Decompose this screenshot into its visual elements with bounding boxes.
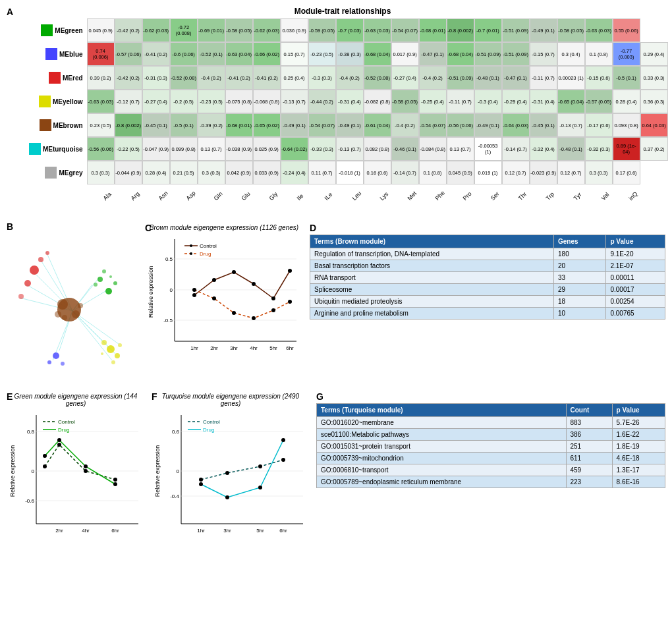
table-cell: GO:0006810~transport — [317, 464, 567, 476]
heatmap-cell: -0.6 (0.06) — [170, 42, 198, 66]
panel-e-chart: Relative expression 0.8 0 -0.6 2hr 4hr 6… — [7, 408, 145, 553]
heatmap-cell: 0.89 (1e-04) — [613, 137, 640, 161]
table-cell: 1.3E-17 — [612, 464, 665, 476]
panel-c-title: Brown module eigengene expression (1126 … — [145, 224, 303, 231]
heatmap-cell: -0.39 (0.2) — [198, 113, 225, 137]
table-cell: 29 — [554, 284, 606, 296]
heatmap-cell: -0.52 (0.08) — [170, 66, 198, 90]
heatmap-cell: -0.52 (0.1) — [198, 42, 225, 66]
heatmap-cell: -0.11 (0.7) — [530, 66, 557, 90]
svg-point-58 — [212, 278, 216, 282]
svg-point-67 — [271, 308, 275, 312]
svg-point-41 — [61, 362, 65, 366]
heatmap-cell: -0.27 (0.4) — [391, 66, 419, 90]
table-row: GO:0005739~mitochondrion6114.6E-18 — [317, 453, 665, 464]
svg-text:Control: Control — [203, 419, 220, 425]
table-cell: Ubiquitin mediated proteolysis — [310, 296, 554, 308]
svg-point-94 — [113, 482, 117, 486]
heatmap-cell: -0.62 (0.03) — [142, 18, 170, 42]
heatmap-cell: -0.41 (0.2) — [225, 66, 253, 90]
panel-e: E Green module eigengene expression (144… — [7, 391, 145, 555]
table-cell: GO:0005789~endoplasmic reticulum membran… — [317, 476, 567, 488]
control-line-f — [201, 460, 283, 480]
panel-g: G Terms (Turquoise module)Countp Value G… — [316, 391, 665, 488]
row-label-mered: MEred — [29, 66, 86, 90]
table-cell: 459 — [566, 464, 612, 476]
heatmap-cell: -0.63 (0.03) — [87, 90, 115, 113]
heatmap-cell: -0.54 (0.07) — [419, 113, 447, 137]
svg-text:4hr: 4hr — [82, 528, 90, 534]
svg-text:Drug: Drug — [203, 427, 214, 433]
table-cell: 9.1E-20 — [606, 248, 665, 260]
heatmap-cell: -0.49 (0.1) — [474, 113, 502, 137]
heatmap-cell: -0.32 (0.4) — [530, 137, 557, 161]
svg-point-68 — [288, 300, 292, 304]
table-cell: RNA transport — [310, 272, 554, 284]
heatmap-cell: -0.56 (0.06) — [447, 113, 474, 137]
table-cell: 20 — [554, 260, 606, 272]
module-trait-title: Module-trait relationships — [20, 7, 665, 16]
svg-point-24 — [38, 257, 43, 262]
svg-text:3hr: 3hr — [230, 345, 238, 351]
heatmap-cell: 0.13 (0.7) — [198, 137, 225, 161]
heatmap-cell: -0.64 (0.03) — [502, 113, 530, 137]
table-cell: 180 — [554, 248, 606, 260]
heatmap-cell: -0.63 (0.03) — [364, 18, 391, 42]
network-graph — [7, 232, 135, 383]
svg-text:4hr: 4hr — [250, 345, 258, 351]
heatmap-cell: -0.48 (0.1) — [557, 137, 585, 161]
panel-a-label: A — [7, 7, 13, 17]
heatmap-cell: -0.68 (0.01) — [419, 18, 447, 42]
heatmap-cell: -0.31 (0.4) — [530, 90, 557, 113]
lower-panels: B — [7, 223, 665, 555]
heatmap-cell: -0.63 (0.04) — [225, 42, 253, 66]
table-row: Spliceosome290.00017 — [310, 284, 665, 296]
heatmap-row-0: 0.045 (0.9)-0.42 (0.2)-0.62 (0.03)-0.72 … — [87, 18, 668, 42]
table-row: GO:0015031~protein transport2511.8E-19 — [317, 441, 665, 453]
heatmap-cell: -0.68 (0.04) — [364, 42, 391, 66]
table-g: Terms (Turquoise module)Countp Value GO:… — [316, 403, 665, 488]
heatmap-cell: -0.64 (0.02) — [281, 137, 308, 161]
heatmap-cell: 0.55 (0.06) — [613, 18, 640, 42]
table-row: Ubiquitin mediated proteolysis180.00254 — [310, 296, 665, 308]
svg-text:6hr: 6hr — [111, 528, 119, 534]
heatmap-cell: -0.42 (0.2) — [115, 66, 142, 90]
heatmap-row-2: 0.39 (0.2)-0.42 (0.2)-0.31 (0.3)-0.52 (0… — [87, 66, 668, 90]
row-color-box — [49, 72, 61, 84]
heatmap-cell: 0.25 (0.4) — [281, 66, 308, 90]
table-cell: 2.1E-07 — [606, 260, 665, 272]
svg-point-118 — [258, 486, 262, 489]
svg-text:Drug: Drug — [200, 251, 211, 257]
heatmap-cell: -0.084 (0.8) — [419, 137, 447, 161]
table-cell: 251 — [566, 441, 612, 453]
row-label-meturquoise: MEturquoise — [29, 137, 86, 161]
row-color-box — [29, 143, 41, 155]
heatmap-cell: -0.11 (0.7) — [447, 90, 474, 113]
heatmap-cell: -0.54 (0.07) — [308, 113, 336, 137]
heatmap-cell: -0.63 (0.03) — [585, 18, 613, 42]
heatmap-cell: -0.15 (0.7) — [530, 42, 557, 66]
heatmap-cell: -0.00053 (1) — [474, 137, 502, 161]
heatmap-cell: -0.52 (0.08) — [364, 66, 391, 90]
heatmap-cell: -0.13 (0.7) — [557, 113, 585, 137]
table-cell: GO:0016020~membrane — [317, 417, 567, 429]
heatmap-cell: -0.45 (0.1) — [142, 113, 170, 137]
svg-point-39 — [53, 352, 59, 359]
heatmap-cell: -0.49 (0.1) — [530, 18, 557, 42]
table-cell: 0.00011 — [606, 272, 665, 284]
row-label-megreen: MEgreen — [29, 18, 86, 42]
table-cell: 0.00765 — [606, 308, 665, 320]
row-label-meblue: MEblue — [29, 42, 86, 66]
heatmap-cell: -0.65 (0.02) — [253, 113, 281, 137]
svg-point-35 — [101, 340, 107, 345]
svg-point-32 — [109, 275, 112, 278]
table-d: Terms (Brown module)Genesp Value Regulat… — [310, 235, 665, 320]
svg-point-93 — [84, 464, 88, 468]
table-cell: 1.8E-19 — [612, 441, 665, 453]
heatmap-cell: -0.27 (0.4) — [142, 90, 170, 113]
table-row: Arginine and proline metabolism100.00765 — [310, 308, 665, 320]
heatmap-cell: -0.068 (0.8) — [253, 90, 281, 113]
heatmap-cell: -0.61 (0.04) — [364, 113, 391, 137]
heatmap-row-4: 0.23 (0.5)-0.8 (0.002)-0.45 (0.1)-0.5 (0… — [87, 113, 668, 137]
table-cell: 0.00254 — [606, 296, 665, 308]
